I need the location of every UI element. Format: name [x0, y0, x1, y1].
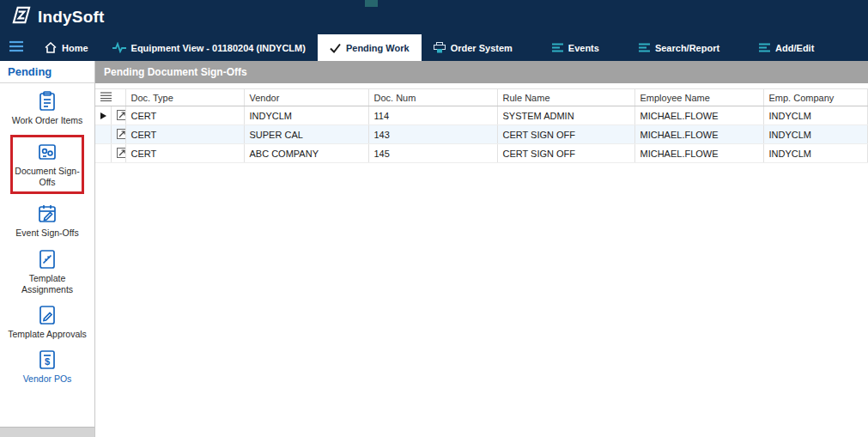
pending-sidebar: Pending Work Order Items — [0, 61, 95, 437]
work-order-items-icon — [36, 90, 58, 112]
pending-documents-table: Doc. Type Vendor Doc. Num Rule Name Empl… — [95, 88, 868, 163]
open-document-cell[interactable] — [111, 125, 125, 144]
menu-button[interactable] — [0, 34, 33, 61]
svg-text:$: $ — [45, 356, 50, 367]
hamburger-icon — [9, 40, 24, 56]
template-assignments-icon — [36, 248, 58, 270]
current-row-marker-icon — [100, 112, 106, 119]
nav-item-label: Events — [568, 43, 599, 53]
cell-rule-name: CERT SIGN OFF — [497, 144, 634, 163]
open-document-icon — [117, 149, 126, 160]
cell-doc-num: 114 — [368, 106, 497, 125]
table-row[interactable]: CERT ABC COMPANY 145 CERT SIGN OFF MICHA… — [95, 144, 868, 163]
sidebar-item-label: Work Order Items — [12, 115, 83, 126]
cell-employee-name: MICHAEL.FLOWE — [634, 106, 763, 125]
cell-doc-num: 145 — [368, 144, 497, 163]
indysoft-logo-icon — [10, 4, 32, 30]
cell-rule-name: SYSTEM ADMIN — [497, 106, 634, 125]
nav-item-label: Home — [62, 43, 88, 53]
page-title: Pending Document Sign-Offs — [95, 61, 868, 83]
nav-item-label: Order System — [451, 43, 513, 53]
window-accent — [365, 0, 378, 7]
sidebar-item-event-sign-offs[interactable]: Event Sign-Offs — [8, 203, 87, 239]
nav-bar: Home Equipment View - 01180204 (INDYCLM)… — [0, 34, 868, 61]
sidebar-item-work-order-items[interactable]: Work Order Items — [8, 90, 87, 126]
sidebar-item-label: Vendor POs — [23, 373, 72, 385]
cell-emp-company: INDYCLM — [763, 125, 868, 144]
main-area: Pending Work Order Items — [0, 61, 868, 437]
current-row-indicator-cell — [95, 125, 111, 144]
sidebar-items: Work Order Items Document Sign-Offs — [0, 83, 94, 427]
sidebar-item-vendor-pos[interactable]: $ Vendor POs — [8, 349, 87, 385]
column-header-doc-type[interactable]: Doc. Type — [125, 89, 244, 106]
order-system-icon — [434, 42, 446, 53]
list-lines-icon — [552, 43, 563, 52]
current-row-indicator-cell — [95, 106, 111, 125]
cell-emp-company: INDYCLM — [763, 106, 868, 125]
table-row[interactable]: CERT INDYCLM 114 SYSTEM ADMIN MICHAEL.FL… — [95, 106, 868, 125]
open-document-icon — [117, 112, 126, 122]
column-header-rule-name[interactable]: Rule Name — [497, 89, 634, 106]
nav-item-pending-work[interactable]: Pending Work — [318, 34, 422, 61]
cell-employee-name: MICHAEL.FLOWE — [634, 144, 763, 163]
cell-vendor: INDYCLM — [244, 106, 368, 125]
nav-item-equipment-view[interactable]: Equipment View - 01180204 (INDYCLM) — [100, 34, 318, 61]
equipment-waveform-icon — [112, 42, 126, 53]
app-logo: IndySoft — [10, 4, 105, 30]
sidebar-item-label: Event Sign-Offs — [15, 228, 78, 239]
sidebar-item-label: Document Sign-Offs — [14, 166, 81, 188]
event-sign-offs-icon — [36, 203, 58, 225]
sidebar-title: Pending — [0, 61, 94, 83]
nav-item-label: Pending Work — [346, 43, 410, 53]
nav-item-add-edit[interactable]: Add/Edit — [747, 34, 826, 61]
column-header-vendor[interactable]: Vendor — [244, 89, 368, 106]
cell-vendor: SUPER CAL — [244, 125, 368, 144]
list-lines-icon — [639, 43, 650, 52]
nav-item-home[interactable]: Home — [33, 34, 100, 61]
nav-item-events[interactable]: Events — [540, 34, 611, 61]
nav-item-label: Equipment View - 01180204 (INDYCLM) — [131, 43, 306, 53]
sidebar-footer — [0, 427, 94, 437]
grid-menu-icon — [100, 93, 112, 103]
table-header-row: Doc. Type Vendor Doc. Num Rule Name Empl… — [95, 89, 868, 106]
nav-item-label: Add/Edit — [775, 43, 814, 53]
cell-employee-name: MICHAEL.FLOWE — [634, 125, 763, 144]
check-icon — [330, 43, 341, 53]
open-document-cell[interactable] — [111, 106, 125, 125]
column-header-doc-num[interactable]: Doc. Num — [368, 89, 497, 106]
sidebar-item-label: Template Assignments — [8, 273, 87, 295]
cell-emp-company: INDYCLM — [763, 144, 868, 163]
cell-doc-type: CERT — [125, 106, 244, 125]
home-icon — [45, 42, 57, 53]
cell-doc-num: 143 — [368, 125, 497, 144]
cell-rule-name: CERT SIGN OFF — [497, 125, 634, 144]
document-sign-offs-icon — [36, 141, 58, 163]
app-title: IndySoft — [38, 8, 105, 27]
content-area: Pending Document Sign-Offs Doc. Type — [95, 61, 868, 437]
table-corner-button[interactable] — [95, 89, 125, 106]
vendor-pos-icon: $ — [36, 349, 58, 371]
top-brand-bar: IndySoft — [0, 0, 868, 34]
template-approvals-icon — [36, 304, 58, 326]
nav-item-order-system[interactable]: Order System — [422, 34, 525, 61]
open-document-icon — [117, 130, 126, 141]
cell-doc-type: CERT — [125, 144, 244, 163]
sidebar-item-document-sign-offs[interactable]: Document Sign-Offs — [10, 135, 84, 194]
sidebar-item-template-assignments[interactable]: Template Assignments — [8, 248, 87, 295]
list-lines-icon — [759, 43, 770, 52]
nav-item-label: Search/Report — [655, 43, 719, 53]
cell-doc-type: CERT — [125, 125, 244, 144]
open-document-cell[interactable] — [111, 144, 125, 163]
column-header-emp-company[interactable]: Emp. Company — [763, 89, 868, 106]
sidebar-item-label: Template Approvals — [8, 329, 87, 340]
cell-vendor: ABC COMPANY — [244, 144, 368, 163]
column-header-employee-name[interactable]: Employee Name — [634, 89, 763, 106]
current-row-indicator-cell — [95, 144, 111, 163]
table-row[interactable]: CERT SUPER CAL 143 CERT SIGN OFF MICHAEL… — [95, 125, 868, 144]
nav-item-search-report[interactable]: Search/Report — [627, 34, 731, 61]
sidebar-item-template-approvals[interactable]: Template Approvals — [8, 304, 87, 340]
